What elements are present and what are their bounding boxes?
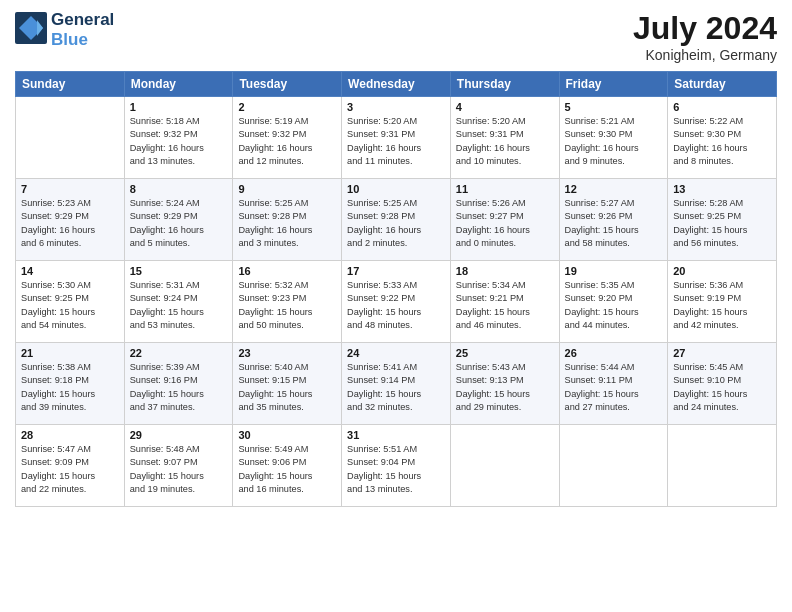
day-cell: 30Sunrise: 5:49 AMSunset: 9:06 PMDayligh… bbox=[233, 425, 342, 507]
day-cell: 5Sunrise: 5:21 AMSunset: 9:30 PMDaylight… bbox=[559, 97, 668, 179]
day-cell: 27Sunrise: 5:45 AMSunset: 9:10 PMDayligh… bbox=[668, 343, 777, 425]
day-info: Sunrise: 5:33 AMSunset: 9:22 PMDaylight:… bbox=[347, 279, 445, 332]
day-number: 28 bbox=[21, 429, 119, 441]
day-cell: 21Sunrise: 5:38 AMSunset: 9:18 PMDayligh… bbox=[16, 343, 125, 425]
day-number: 21 bbox=[21, 347, 119, 359]
col-header-monday: Monday bbox=[124, 72, 233, 97]
day-number: 13 bbox=[673, 183, 771, 195]
day-cell: 8Sunrise: 5:24 AMSunset: 9:29 PMDaylight… bbox=[124, 179, 233, 261]
day-number: 29 bbox=[130, 429, 228, 441]
col-header-saturday: Saturday bbox=[668, 72, 777, 97]
day-info: Sunrise: 5:51 AMSunset: 9:04 PMDaylight:… bbox=[347, 443, 445, 496]
day-cell: 22Sunrise: 5:39 AMSunset: 9:16 PMDayligh… bbox=[124, 343, 233, 425]
day-cell: 24Sunrise: 5:41 AMSunset: 9:14 PMDayligh… bbox=[342, 343, 451, 425]
day-info: Sunrise: 5:26 AMSunset: 9:27 PMDaylight:… bbox=[456, 197, 554, 250]
day-cell: 23Sunrise: 5:40 AMSunset: 9:15 PMDayligh… bbox=[233, 343, 342, 425]
day-info: Sunrise: 5:47 AMSunset: 9:09 PMDaylight:… bbox=[21, 443, 119, 496]
day-cell: 31Sunrise: 5:51 AMSunset: 9:04 PMDayligh… bbox=[342, 425, 451, 507]
day-number: 30 bbox=[238, 429, 336, 441]
day-info: Sunrise: 5:25 AMSunset: 9:28 PMDaylight:… bbox=[238, 197, 336, 250]
day-cell bbox=[668, 425, 777, 507]
month-title: July 2024 bbox=[633, 10, 777, 47]
day-info: Sunrise: 5:24 AMSunset: 9:29 PMDaylight:… bbox=[130, 197, 228, 250]
day-info: Sunrise: 5:36 AMSunset: 9:19 PMDaylight:… bbox=[673, 279, 771, 332]
day-number: 11 bbox=[456, 183, 554, 195]
day-number: 5 bbox=[565, 101, 663, 113]
day-number: 31 bbox=[347, 429, 445, 441]
day-cell: 7Sunrise: 5:23 AMSunset: 9:29 PMDaylight… bbox=[16, 179, 125, 261]
week-row-5: 28Sunrise: 5:47 AMSunset: 9:09 PMDayligh… bbox=[16, 425, 777, 507]
day-cell bbox=[559, 425, 668, 507]
day-info: Sunrise: 5:49 AMSunset: 9:06 PMDaylight:… bbox=[238, 443, 336, 496]
day-info: Sunrise: 5:31 AMSunset: 9:24 PMDaylight:… bbox=[130, 279, 228, 332]
day-number: 9 bbox=[238, 183, 336, 195]
week-row-1: 1Sunrise: 5:18 AMSunset: 9:32 PMDaylight… bbox=[16, 97, 777, 179]
day-info: Sunrise: 5:28 AMSunset: 9:25 PMDaylight:… bbox=[673, 197, 771, 250]
day-cell: 19Sunrise: 5:35 AMSunset: 9:20 PMDayligh… bbox=[559, 261, 668, 343]
day-number: 7 bbox=[21, 183, 119, 195]
day-cell: 3Sunrise: 5:20 AMSunset: 9:31 PMDaylight… bbox=[342, 97, 451, 179]
day-info: Sunrise: 5:30 AMSunset: 9:25 PMDaylight:… bbox=[21, 279, 119, 332]
day-number: 19 bbox=[565, 265, 663, 277]
day-number: 16 bbox=[238, 265, 336, 277]
day-cell: 11Sunrise: 5:26 AMSunset: 9:27 PMDayligh… bbox=[450, 179, 559, 261]
week-row-3: 14Sunrise: 5:30 AMSunset: 9:25 PMDayligh… bbox=[16, 261, 777, 343]
day-info: Sunrise: 5:41 AMSunset: 9:14 PMDaylight:… bbox=[347, 361, 445, 414]
day-cell: 13Sunrise: 5:28 AMSunset: 9:25 PMDayligh… bbox=[668, 179, 777, 261]
day-number: 18 bbox=[456, 265, 554, 277]
logo: GeneralBlue bbox=[15, 10, 114, 49]
day-cell: 20Sunrise: 5:36 AMSunset: 9:19 PMDayligh… bbox=[668, 261, 777, 343]
week-row-2: 7Sunrise: 5:23 AMSunset: 9:29 PMDaylight… bbox=[16, 179, 777, 261]
day-number: 23 bbox=[238, 347, 336, 359]
day-cell: 2Sunrise: 5:19 AMSunset: 9:32 PMDaylight… bbox=[233, 97, 342, 179]
day-cell: 14Sunrise: 5:30 AMSunset: 9:25 PMDayligh… bbox=[16, 261, 125, 343]
day-number: 14 bbox=[21, 265, 119, 277]
day-info: Sunrise: 5:34 AMSunset: 9:21 PMDaylight:… bbox=[456, 279, 554, 332]
day-info: Sunrise: 5:39 AMSunset: 9:16 PMDaylight:… bbox=[130, 361, 228, 414]
day-info: Sunrise: 5:23 AMSunset: 9:29 PMDaylight:… bbox=[21, 197, 119, 250]
day-number: 20 bbox=[673, 265, 771, 277]
day-info: Sunrise: 5:27 AMSunset: 9:26 PMDaylight:… bbox=[565, 197, 663, 250]
day-info: Sunrise: 5:18 AMSunset: 9:32 PMDaylight:… bbox=[130, 115, 228, 168]
col-header-friday: Friday bbox=[559, 72, 668, 97]
day-number: 26 bbox=[565, 347, 663, 359]
day-number: 17 bbox=[347, 265, 445, 277]
day-cell bbox=[450, 425, 559, 507]
calendar-table: SundayMondayTuesdayWednesdayThursdayFrid… bbox=[15, 71, 777, 507]
day-number: 3 bbox=[347, 101, 445, 113]
day-info: Sunrise: 5:45 AMSunset: 9:10 PMDaylight:… bbox=[673, 361, 771, 414]
day-cell: 6Sunrise: 5:22 AMSunset: 9:30 PMDaylight… bbox=[668, 97, 777, 179]
day-number: 10 bbox=[347, 183, 445, 195]
day-number: 2 bbox=[238, 101, 336, 113]
logo-icon bbox=[15, 12, 47, 44]
day-info: Sunrise: 5:32 AMSunset: 9:23 PMDaylight:… bbox=[238, 279, 336, 332]
day-info: Sunrise: 5:38 AMSunset: 9:18 PMDaylight:… bbox=[21, 361, 119, 414]
day-cell: 1Sunrise: 5:18 AMSunset: 9:32 PMDaylight… bbox=[124, 97, 233, 179]
week-row-4: 21Sunrise: 5:38 AMSunset: 9:18 PMDayligh… bbox=[16, 343, 777, 425]
day-cell: 25Sunrise: 5:43 AMSunset: 9:13 PMDayligh… bbox=[450, 343, 559, 425]
day-number: 27 bbox=[673, 347, 771, 359]
col-header-sunday: Sunday bbox=[16, 72, 125, 97]
day-info: Sunrise: 5:43 AMSunset: 9:13 PMDaylight:… bbox=[456, 361, 554, 414]
day-number: 6 bbox=[673, 101, 771, 113]
day-number: 22 bbox=[130, 347, 228, 359]
day-info: Sunrise: 5:48 AMSunset: 9:07 PMDaylight:… bbox=[130, 443, 228, 496]
day-info: Sunrise: 5:20 AMSunset: 9:31 PMDaylight:… bbox=[347, 115, 445, 168]
col-header-thursday: Thursday bbox=[450, 72, 559, 97]
day-cell: 28Sunrise: 5:47 AMSunset: 9:09 PMDayligh… bbox=[16, 425, 125, 507]
day-info: Sunrise: 5:25 AMSunset: 9:28 PMDaylight:… bbox=[347, 197, 445, 250]
day-cell bbox=[16, 97, 125, 179]
day-number: 12 bbox=[565, 183, 663, 195]
day-cell: 18Sunrise: 5:34 AMSunset: 9:21 PMDayligh… bbox=[450, 261, 559, 343]
day-cell: 17Sunrise: 5:33 AMSunset: 9:22 PMDayligh… bbox=[342, 261, 451, 343]
day-cell: 16Sunrise: 5:32 AMSunset: 9:23 PMDayligh… bbox=[233, 261, 342, 343]
day-info: Sunrise: 5:19 AMSunset: 9:32 PMDaylight:… bbox=[238, 115, 336, 168]
col-header-wednesday: Wednesday bbox=[342, 72, 451, 97]
day-cell: 9Sunrise: 5:25 AMSunset: 9:28 PMDaylight… bbox=[233, 179, 342, 261]
day-number: 8 bbox=[130, 183, 228, 195]
title-area: July 2024 Konigheim, Germany bbox=[633, 10, 777, 63]
day-cell: 15Sunrise: 5:31 AMSunset: 9:24 PMDayligh… bbox=[124, 261, 233, 343]
day-number: 15 bbox=[130, 265, 228, 277]
day-cell: 29Sunrise: 5:48 AMSunset: 9:07 PMDayligh… bbox=[124, 425, 233, 507]
day-info: Sunrise: 5:21 AMSunset: 9:30 PMDaylight:… bbox=[565, 115, 663, 168]
